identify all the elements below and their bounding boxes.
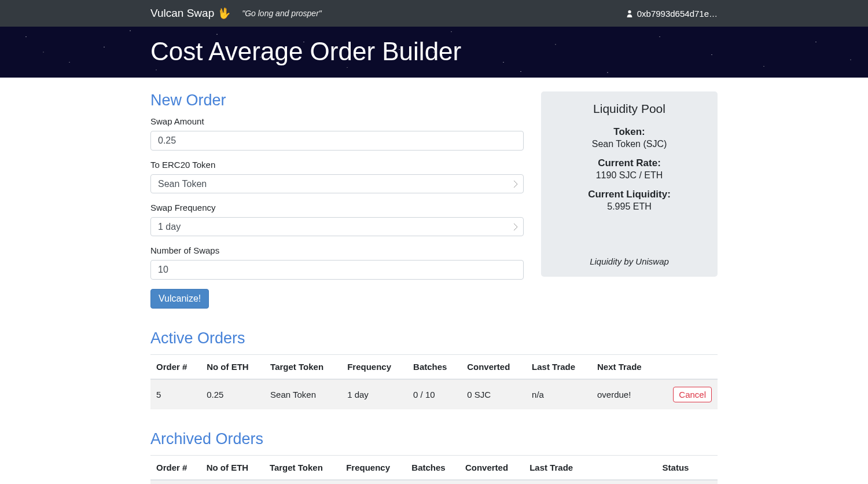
cell-freq: 1 day [341, 379, 407, 409]
col-next: Next Trade [591, 355, 658, 380]
swap-amount-label: Swap Amount [150, 116, 524, 126]
col-converted: Converted [459, 456, 524, 481]
pool-liquidity-label: Current Liquidity: [553, 189, 706, 200]
vulcan-icon: 🖖 [218, 7, 230, 20]
token-label: To ERC20 Token [150, 160, 524, 170]
archived-orders-heading: Archived Orders [150, 430, 718, 448]
pool-heading: Liquidity Pool [553, 102, 706, 116]
col-order: Order # [150, 355, 201, 380]
col-last: Last Trade [526, 355, 591, 380]
cell-next: overdue! [591, 379, 658, 409]
brand-text: Vulcan Swap [150, 7, 214, 20]
active-orders-table: Order # No of ETH Target Token Frequency… [150, 354, 718, 409]
pool-rate-label: Current Rate: [553, 157, 706, 169]
pool-token-label: Token: [553, 126, 706, 138]
user-icon [626, 9, 634, 17]
table-row: 1 1 Sean Token 1 hour 10 / 10 1652 SJC 2… [150, 480, 718, 484]
cell-freq: 1 hour [340, 480, 406, 484]
num-swaps-input[interactable] [150, 260, 524, 280]
wallet-text: 0xb7993d654d71e… [637, 9, 718, 19]
pool-liquidity-value: 5.995 ETH [553, 201, 706, 212]
col-status: Status [657, 456, 718, 481]
cell-token: Sean Token [264, 379, 341, 409]
col-eth: No of ETH [201, 456, 264, 481]
navbar: Vulcan Swap 🖖 "Go long and prosper" 0xb7… [0, 0, 868, 27]
page-title: Cost Average Order Builder [150, 37, 718, 66]
col-order: Order # [150, 456, 201, 481]
active-orders-heading: Active Orders [150, 329, 718, 347]
col-eth: No of ETH [201, 355, 264, 380]
cell-eth: 1 [201, 480, 264, 484]
col-action [658, 355, 718, 380]
col-batches: Batches [407, 355, 461, 380]
num-swaps-label: Number of Swaps [150, 245, 524, 255]
col-last: Last Trade [524, 456, 656, 481]
swap-amount-input[interactable] [150, 131, 524, 151]
cell-last: 2019-06-08 13:00:58 UTC [524, 480, 656, 484]
cell-batches: 0 / 10 [407, 379, 461, 409]
cell-status: completed [657, 480, 718, 484]
token-select[interactable]: Sean Token [150, 174, 524, 193]
cell-converted: 1652 SJC [459, 480, 524, 484]
hero: Cost Average Order Builder [0, 27, 868, 78]
col-token: Target Token [264, 456, 340, 481]
pool-token-value: Sean Token (SJC) [553, 139, 706, 149]
brand[interactable]: Vulcan Swap 🖖 [150, 7, 230, 20]
col-batches: Batches [406, 456, 459, 481]
cell-batches: 10 / 10 [406, 480, 459, 484]
cancel-button[interactable]: Cancel [673, 387, 712, 402]
table-row: 5 0.25 Sean Token 1 day 0 / 10 0 SJC n/a… [150, 379, 718, 409]
frequency-select[interactable]: 1 day [150, 217, 524, 236]
cell-order: 1 [150, 480, 201, 484]
liquidity-pool-card: Liquidity Pool Token: Sean Token (SJC) C… [541, 91, 718, 277]
frequency-label: Swap Frequency [150, 203, 524, 212]
cell-eth: 0.25 [201, 379, 264, 409]
wallet-address[interactable]: 0xb7993d654d71e… [626, 9, 718, 19]
col-freq: Frequency [340, 456, 406, 481]
archived-orders-table: Order # No of ETH Target Token Frequency… [150, 455, 718, 484]
cell-token: Sean Token [264, 480, 340, 484]
col-token: Target Token [264, 355, 341, 380]
col-freq: Frequency [341, 355, 407, 380]
new-order-heading: New Order [150, 91, 524, 109]
cell-last: n/a [526, 379, 591, 409]
cell-converted: 0 SJC [461, 379, 526, 409]
pool-footer: Liquidity by Uniswap [553, 256, 706, 266]
pool-rate-value: 1190 SJC / ETH [553, 170, 706, 181]
col-converted: Converted [461, 355, 526, 380]
cell-order: 5 [150, 379, 201, 409]
motto: "Go long and prosper" [242, 9, 322, 18]
vulcanize-button[interactable]: Vulcanize! [150, 289, 209, 309]
